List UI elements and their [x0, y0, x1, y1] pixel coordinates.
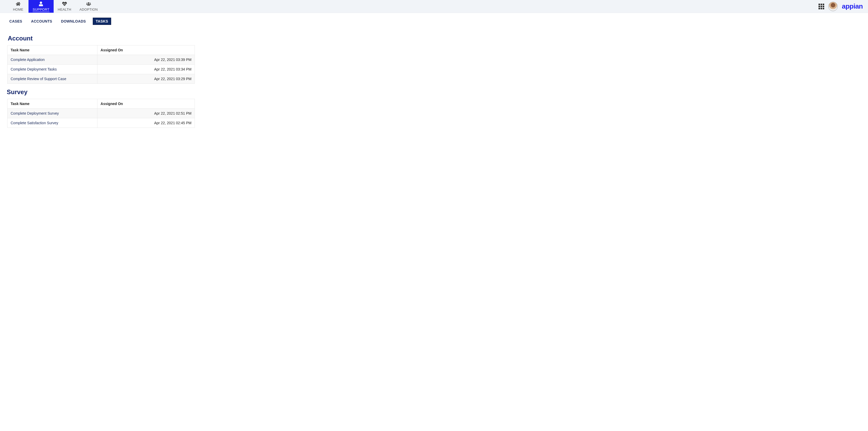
tab-tasks[interactable]: TASKS: [93, 18, 112, 25]
tab-accounts[interactable]: ACCOUNTS: [29, 18, 54, 25]
section-heading-survey: Survey: [7, 88, 195, 96]
nav-adoption[interactable]: ADOPTION: [75, 0, 102, 13]
col-header-assigned-on: Assigned On: [97, 46, 195, 55]
topbar-right: appian: [818, 0, 868, 13]
nav-health[interactable]: HEALTH: [54, 0, 75, 13]
task-date: Apr 22, 2021 03:29 PM: [97, 74, 195, 84]
task-link[interactable]: Complete Deployment Tasks: [11, 67, 57, 71]
users-icon: [86, 2, 91, 7]
nav-support[interactable]: SUPPORT: [29, 0, 54, 13]
task-link[interactable]: Complete Application: [11, 58, 45, 62]
table-row: Complete Satisfaction Survey Apr 22, 202…: [7, 118, 195, 128]
table-header-row: Task Name Assigned On: [7, 99, 195, 109]
avatar[interactable]: [828, 2, 838, 11]
table-row: Complete Review of Support Case Apr 22, …: [7, 74, 195, 84]
task-link[interactable]: Complete Satisfaction Survey: [11, 121, 58, 125]
nav-home[interactable]: HOME: [8, 0, 29, 13]
account-tasks-table: Task Name Assigned On Complete Applicati…: [7, 45, 195, 84]
user-icon: [39, 2, 43, 7]
task-link[interactable]: Complete Review of Support Case: [11, 77, 66, 81]
topbar-spacer: [102, 0, 818, 13]
table-row: Complete Application Apr 22, 2021 03:39 …: [7, 55, 195, 64]
nav-items: HOME SUPPORT HEALTH ADOPTION: [8, 0, 102, 13]
task-date: Apr 22, 2021 02:51 PM: [97, 109, 195, 118]
content: Account Task Name Assigned On Complete A…: [0, 28, 202, 138]
tab-cases[interactable]: CASES: [7, 18, 24, 25]
section-heading-account: Account: [8, 35, 195, 42]
appian-logo[interactable]: appian: [842, 2, 863, 10]
nav-home-label: HOME: [13, 7, 23, 11]
tab-downloads[interactable]: DOWNLOADS: [59, 18, 88, 25]
col-header-task-name: Task Name: [7, 99, 97, 109]
nav-adoption-label: ADOPTION: [80, 7, 98, 11]
nav-health-label: HEALTH: [58, 7, 71, 11]
top-navbar: HOME SUPPORT HEALTH ADOPTION: [0, 0, 868, 13]
subtabs: CASES ACCOUNTS DOWNLOADS TASKS: [0, 13, 868, 28]
col-header-task-name: Task Name: [7, 46, 97, 55]
task-date: Apr 22, 2021 03:39 PM: [97, 55, 195, 64]
table-row: Complete Deployment Survey Apr 22, 2021 …: [7, 109, 195, 118]
task-date: Apr 22, 2021 03:34 PM: [97, 64, 195, 74]
home-icon: [16, 2, 21, 7]
apps-grid-icon[interactable]: [818, 4, 824, 9]
col-header-assigned-on: Assigned On: [97, 99, 195, 109]
task-date: Apr 22, 2021 02:45 PM: [97, 118, 195, 128]
task-link[interactable]: Complete Deployment Survey: [11, 111, 59, 115]
nav-support-label: SUPPORT: [33, 7, 50, 11]
table-header-row: Task Name Assigned On: [7, 46, 195, 55]
table-row: Complete Deployment Tasks Apr 22, 2021 0…: [7, 64, 195, 74]
survey-tasks-table: Task Name Assigned On Complete Deploymen…: [7, 99, 195, 128]
heartbeat-icon: [62, 2, 67, 7]
